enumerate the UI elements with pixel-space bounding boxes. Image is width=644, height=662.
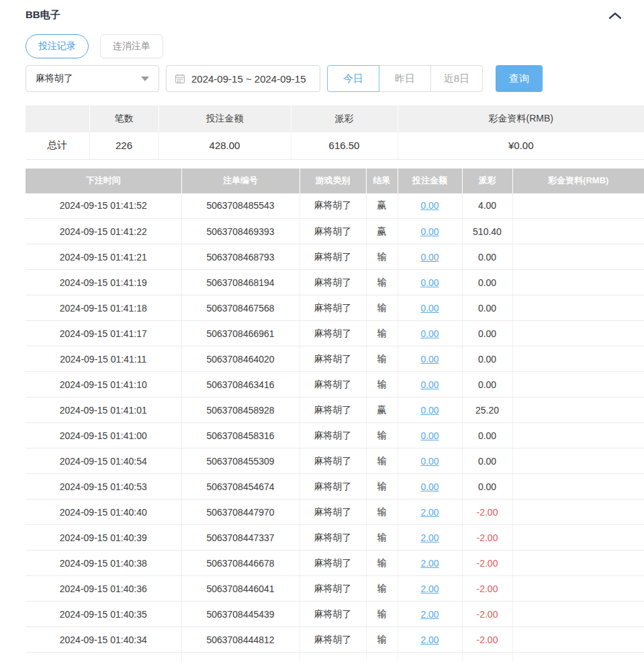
bet-time-cell: 2024-09-15 01:41:00: [26, 423, 181, 448]
game-type-cell: 麻将胡了: [300, 448, 366, 474]
table-row: 2024-09-15 01:41:105063708463416麻将胡了输0.0…: [26, 372, 644, 397]
order-id-cell: 5063708446678: [181, 551, 300, 576]
table-row-partial: [26, 653, 644, 662]
payout-cell: 25.20: [462, 397, 512, 423]
game-select[interactable]: 麻将胡了: [26, 65, 159, 92]
chevron-up-icon[interactable]: [608, 11, 623, 20]
calendar-icon: [175, 73, 185, 84]
bet-time-cell: 2024-09-15 01:41:11: [26, 346, 181, 372]
bet-amount-link[interactable]: 0.00: [420, 481, 439, 492]
bet-time-cell: 2024-09-15 01:40:38: [26, 551, 181, 576]
bet-amount-cell: 2.00: [398, 602, 462, 627]
bet-amount-link[interactable]: 0.00: [420, 354, 439, 365]
quick-range-group: 今日 昨日 近8日: [327, 65, 483, 92]
bonus-cell: [512, 474, 644, 500]
payout-cell: 0.00: [462, 270, 512, 295]
summary-payout-value: 616.50: [291, 132, 398, 159]
bonus-cell: [512, 270, 644, 295]
bonus-cell: [512, 295, 644, 321]
order-id-cell: 5063708464020: [181, 346, 300, 372]
bet-amount-cell: 0.00: [398, 219, 462, 244]
result-cell: 输: [366, 525, 398, 551]
bet-amount-link[interactable]: 2.00: [420, 507, 439, 518]
bonus-cell: [512, 244, 644, 270]
payout-cell: 0.00: [462, 244, 512, 270]
empty-cell: [366, 653, 398, 662]
table-row: 2024-09-15 01:40:365063708446041麻将胡了输2.0…: [26, 576, 644, 602]
search-button[interactable]: 查询: [496, 65, 543, 92]
empty-cell: [181, 653, 300, 662]
bet-amount-cell: 0.00: [398, 270, 462, 295]
bet-amount-cell: 2.00: [398, 551, 462, 576]
summary-total-row: 总计 226 428.00 616.50 ¥0.00: [26, 132, 644, 159]
bet-amount-link[interactable]: 0.00: [420, 328, 439, 339]
bet-amount-cell: 2.00: [398, 627, 462, 653]
page-title: BB电子: [26, 9, 60, 21]
bet-amount-link[interactable]: 0.00: [420, 226, 439, 237]
order-id-cell: 5063708467568: [181, 295, 300, 321]
tab-bet-records[interactable]: 投注记录: [26, 34, 89, 58]
game-type-cell: 麻将胡了: [300, 346, 366, 372]
result-cell: 输: [366, 576, 398, 602]
bet-amount-link[interactable]: 2.00: [420, 634, 439, 645]
bet-time-cell: 2024-09-15 01:41:19: [26, 270, 181, 295]
order-id-cell: 5063708458316: [181, 423, 300, 448]
result-cell: 输: [366, 346, 398, 372]
game-type-cell: 麻将胡了: [300, 500, 366, 525]
payout-cell: 0.00: [462, 321, 512, 346]
bet-amount-link[interactable]: 0.00: [420, 405, 439, 416]
bet-amount-link[interactable]: 2.00: [420, 532, 439, 543]
result-cell: 输: [366, 448, 398, 474]
order-id-cell: 5063708447970: [181, 500, 300, 525]
payout-cell: 0.00: [462, 346, 512, 372]
bet-amount-link[interactable]: 0.00: [420, 252, 439, 263]
range-yesterday-button[interactable]: 昨日: [379, 65, 431, 92]
bet-time-cell: 2024-09-15 01:41:01: [26, 397, 181, 423]
bet-time-cell: 2024-09-15 01:41:22: [26, 219, 181, 244]
bonus-cell: [512, 602, 644, 627]
bet-time-cell: 2024-09-15 01:40:53: [26, 474, 181, 500]
summary-header-bonus: 彩金资料(RMB): [398, 105, 644, 132]
result-cell: 赢: [366, 219, 398, 244]
bet-time-cell: 2024-09-15 01:40:34: [26, 627, 181, 653]
table-row: 2024-09-15 01:41:015063708458928麻将胡了赢0.0…: [26, 397, 644, 423]
bet-amount-cell: 0.00: [398, 244, 462, 270]
date-range-input[interactable]: 2024-09-15 ~ 2024-09-15: [166, 65, 320, 92]
bet-amount-link[interactable]: 0.00: [420, 430, 439, 441]
bonus-cell: [512, 372, 644, 397]
range-last8days-button[interactable]: 近8日: [430, 65, 483, 92]
bet-amount-cell: 0.00: [398, 372, 462, 397]
payout-cell: 510.40: [462, 219, 512, 244]
bet-amount-link[interactable]: 0.00: [420, 379, 439, 390]
bet-amount-link[interactable]: 0.00: [420, 456, 439, 467]
empty-cell: [512, 653, 644, 662]
result-cell: 输: [366, 500, 398, 525]
empty-cell: [462, 653, 512, 662]
caret-down-icon: [141, 77, 149, 81]
range-today-button[interactable]: 今日: [327, 65, 379, 92]
order-id-cell: 5063708454674: [181, 474, 300, 500]
bet-amount-link[interactable]: 2.00: [420, 609, 439, 620]
bonus-cell: [512, 525, 644, 551]
table-row: 2024-09-15 01:40:345063708444812麻将胡了输2.0…: [26, 627, 644, 653]
table-row: 2024-09-15 01:40:355063708445439麻将胡了输2.0…: [26, 602, 644, 627]
summary-count-value: 226: [89, 132, 158, 159]
bet-amount-link[interactable]: 0.00: [420, 303, 439, 314]
result-cell: 赢: [366, 193, 398, 219]
summary-header-count: 笔数: [89, 105, 158, 132]
tab-cancelled-orders[interactable]: 连消注单: [100, 34, 163, 58]
table-row: 2024-09-15 01:41:195063708468194麻将胡了输0.0…: [26, 270, 644, 295]
bet-time-cell: 2024-09-15 01:41:17: [26, 321, 181, 346]
summary-bonus-value: ¥0.00: [398, 132, 644, 159]
bet-amount-link[interactable]: 0.00: [420, 277, 439, 288]
bet-amount-link[interactable]: 2.00: [420, 558, 439, 569]
game-type-cell: 麻将胡了: [300, 576, 366, 602]
table-row: 2024-09-15 01:41:115063708464020麻将胡了输0.0…: [26, 346, 644, 372]
game-type-cell: 麻将胡了: [300, 270, 366, 295]
table-row: 2024-09-15 01:40:395063708447337麻将胡了输2.0…: [26, 525, 644, 551]
game-type-cell: 麻将胡了: [300, 602, 366, 627]
bet-amount-link[interactable]: 0.00: [420, 200, 439, 211]
empty-cell: [300, 653, 366, 662]
bonus-cell: [512, 500, 644, 525]
bet-amount-link[interactable]: 2.00: [420, 583, 439, 594]
